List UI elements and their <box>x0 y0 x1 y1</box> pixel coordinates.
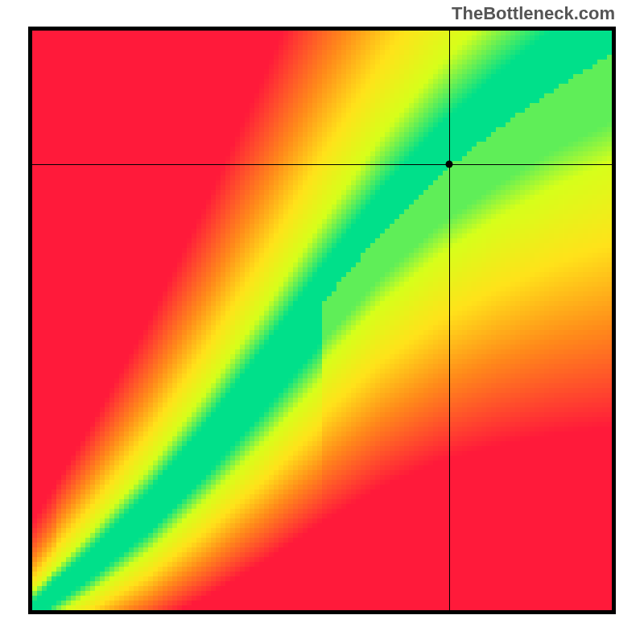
chart-container: TheBottleneck.com <box>0 0 644 644</box>
heatmap-canvas <box>32 31 612 610</box>
chart-plot-area <box>28 27 616 614</box>
watermark-text: TheBottleneck.com <box>452 3 615 24</box>
crosshair-horizontal <box>32 164 612 165</box>
crosshair-marker <box>446 160 453 167</box>
crosshair-vertical <box>449 31 450 610</box>
